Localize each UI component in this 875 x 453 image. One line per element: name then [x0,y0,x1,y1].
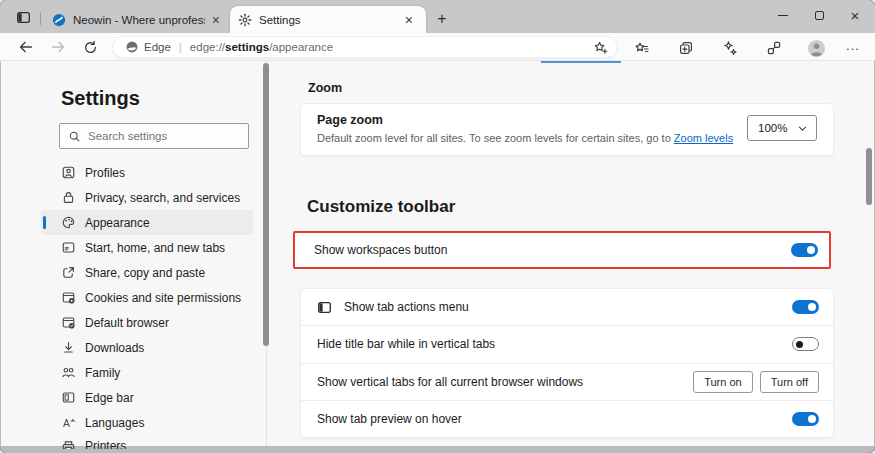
maximize-button[interactable] [802,0,836,30]
copilot-button[interactable] [718,36,742,60]
settings-nav: Profiles Privacy, search, and services A… [41,160,253,449]
share-icon [61,265,76,280]
show-workspaces-label: Show workspaces button [314,243,447,257]
star-add-icon [593,40,608,55]
page-zoom-card: Page zoom Default zoom level for all sit… [300,103,834,156]
more-icon: ... [846,38,860,53]
edge-badge-label: Edge [144,41,171,53]
back-icon [18,39,34,55]
annotation-highlight-box: Show workspaces button [293,231,831,269]
sidebar-item-family[interactable]: Family [41,360,253,385]
favorites-icon [634,40,650,56]
vertical-tabs-row: Show vertical tabs for all current brows… [301,363,833,400]
address-bar[interactable]: Edge | edge://settings/appearance [112,36,618,58]
show-workspaces-row: Show workspaces button [295,233,829,267]
browser-essentials-button[interactable] [762,36,786,60]
page-scrollbar-thumb[interactable] [866,148,872,205]
tab-actions-toggle[interactable] [792,300,819,314]
customize-toolbar-card: Show tab actions menu Hide title bar whi… [300,288,834,438]
tab-title: Neowin - Where unprofessional [73,14,205,26]
tab-neowin[interactable]: Neowin - Where unprofessional × [44,6,230,33]
address-divider: | [179,41,182,53]
tab-preview-toggle[interactable] [792,412,819,426]
family-icon [61,365,76,380]
back-button[interactable] [16,37,36,57]
sparkle-icon [722,40,738,56]
tab-title: Settings [259,14,301,26]
profile-avatar-icon [807,39,826,58]
forward-button[interactable] [48,37,68,57]
sidebar-item-share-copy-paste[interactable]: Share, copy and paste [41,260,253,285]
page-zoom-label: Page zoom [317,113,383,127]
tab-close-icon[interactable]: × [401,12,417,28]
default-browser-icon [61,315,76,330]
close-icon: × [851,8,860,23]
sidebar-scrollbar-thumb[interactable] [263,63,269,346]
url-path: /appearance [269,41,333,53]
refresh-icon [83,40,98,55]
hide-title-bar-toggle[interactable] [792,337,819,351]
tab-preview-label: Show tab preview on hover [317,412,792,426]
page-zoom-description: Default zoom level for all sites. To see… [317,132,733,144]
tab-settings[interactable]: Settings × [230,6,426,33]
sidebar-item-cookies[interactable]: Cookies and site permissions [41,285,253,310]
sidebar-item-languages[interactable]: A Languages [41,410,253,435]
page-zoom-dropdown[interactable]: 100% [747,115,817,141]
maximize-icon [815,11,824,20]
languages-icon: A [61,415,76,430]
profiles-icon [61,165,76,180]
add-favorite-button[interactable] [593,40,608,57]
hide-title-bar-row: Hide title bar while in vertical tabs [301,325,833,362]
url-host: settings [225,41,269,53]
neowin-favicon-icon [52,13,66,27]
tab-actions-menu-button[interactable] [13,8,33,26]
svg-text:A: A [63,418,70,429]
settings-page: Settings Search settings Profiles [1,61,874,446]
forward-icon [50,39,66,55]
tab-actions-row: Show tab actions menu [301,289,833,325]
profile-button[interactable] [804,36,828,60]
sidebar-item-appearance[interactable]: Appearance [41,210,253,235]
tab-close-icon[interactable]: × [208,12,224,28]
privacy-icon [61,190,76,205]
vertical-tabs-label: Show vertical tabs for all current brows… [317,375,693,389]
tab-strip-indicator [541,61,621,63]
search-icon [68,130,81,143]
tab-preview-row: Show tab preview on hover [301,400,833,437]
sidebar-item-edge-bar[interactable]: Edge bar [41,385,253,410]
page-title: Settings [61,87,140,110]
refresh-button[interactable] [80,37,100,57]
settings-and-more-button[interactable]: ... [840,36,866,60]
browser-essentials-icon [766,40,782,56]
zoom-levels-link[interactable]: Zoom levels [674,132,733,144]
turn-off-button[interactable]: Turn off [760,371,819,393]
turn-on-button[interactable]: Turn on [693,371,753,393]
collections-button[interactable] [674,36,698,60]
browser-window: Neowin - Where unprofessional × Settings… [0,0,875,453]
sidebar-item-default-browser[interactable]: Default browser [41,310,253,335]
minimize-button[interactable] [766,0,800,30]
url-scheme: edge:// [190,41,225,53]
downloads-icon [61,340,76,355]
tab-actions-label: Show tab actions menu [344,300,792,314]
sidebar-item-downloads[interactable]: Downloads [41,335,253,360]
collections-icon [678,40,694,56]
cookies-icon [61,290,76,305]
section-heading-zoom: Zoom [308,81,342,95]
edge-logo-icon [125,40,139,54]
sidebar-item-privacy[interactable]: Privacy, search, and services [41,185,253,210]
sidebar-item-printers[interactable]: Printers [41,435,253,449]
sidebar-item-start-home[interactable]: Start, home, and new tabs [41,235,253,260]
tab-actions-icon [16,10,31,25]
new-tab-button[interactable]: + [432,9,452,29]
hide-title-bar-label: Hide title bar while in vertical tabs [317,337,792,351]
sidebar-item-profiles[interactable]: Profiles [41,160,253,185]
titlebar-divider [40,12,41,25]
settings-gear-icon [238,13,252,27]
section-heading-customize-toolbar: Customize toolbar [307,197,455,217]
close-window-button[interactable]: × [838,0,872,30]
favorites-button[interactable] [630,36,654,60]
show-workspaces-toggle[interactable] [791,243,818,257]
search-input[interactable]: Search settings [59,123,249,149]
tab-actions-icon [317,300,332,315]
